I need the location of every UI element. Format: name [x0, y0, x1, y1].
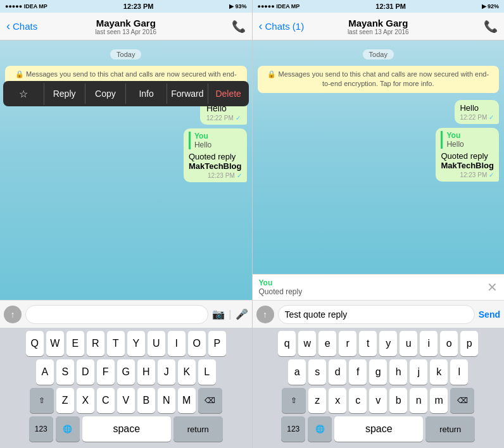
right-send-up-button[interactable]: ↑ [256, 306, 274, 323]
left-mic-icon[interactable]: 🎤 [236, 308, 248, 320]
right-back-label[interactable]: Chats (1) [265, 21, 305, 32]
left-shift-key[interactable]: ⇧ [30, 388, 54, 413]
left-send-button[interactable]: ↑ [4, 306, 22, 323]
key-l[interactable]: l [450, 359, 468, 385]
right-keyboard-row2: a s d f g h j k l [253, 356, 505, 385]
right-emoji-key[interactable]: 🌐 [308, 416, 332, 442]
left-phone-button[interactable]: 📞 [232, 20, 246, 34]
left-quote-reply-text: Quoted reply [189, 152, 242, 161]
key-A[interactable]: A [36, 359, 54, 385]
right-back-button[interactable]: ‹ Chats (1) [259, 20, 305, 33]
right-quote-strip: You Hello [441, 131, 494, 149]
key-x[interactable]: x [329, 388, 346, 413]
key-k[interactable]: k [430, 359, 448, 385]
right-input-field[interactable] [278, 305, 475, 324]
right-hello-bubble[interactable]: Hello 12:22 PM ✓ [455, 100, 499, 124]
key-t[interactable]: t [359, 331, 377, 356]
right-phone-button[interactable]: 📞 [484, 20, 498, 34]
key-S[interactable]: S [56, 359, 74, 385]
key-M[interactable]: M [178, 388, 196, 413]
key-R[interactable]: R [87, 331, 104, 356]
key-d[interactable]: d [329, 359, 346, 385]
right-return-key[interactable]: return [425, 416, 475, 442]
right-carrier: ●●●●● IDEA MP [258, 3, 300, 9]
key-P[interactable]: P [208, 331, 226, 356]
left-123-key[interactable]: 123 [29, 416, 53, 442]
key-T[interactable]: T [107, 331, 125, 356]
left-last-seen: last seen 13 Apr 2016 [95, 28, 156, 35]
key-v[interactable]: v [369, 388, 387, 413]
key-i[interactable]: i [420, 331, 438, 356]
right-123-key[interactable]: 123 [281, 416, 305, 442]
forward-button[interactable]: Forward [167, 84, 208, 104]
left-space-key[interactable]: space [82, 416, 171, 442]
left-input-field[interactable] [25, 305, 208, 324]
left-return-key[interactable]: return [173, 416, 223, 442]
key-D[interactable]: D [77, 359, 94, 385]
reply-button[interactable]: Reply [44, 84, 85, 104]
key-W[interactable]: W [46, 331, 64, 356]
key-a[interactable]: a [288, 359, 306, 385]
left-delete-key[interactable]: ⌫ [198, 388, 222, 413]
key-Q[interactable]: Q [26, 331, 44, 356]
key-c[interactable]: c [349, 388, 367, 413]
key-X[interactable]: X [77, 388, 94, 413]
key-u[interactable]: u [400, 331, 417, 356]
right-time: 12:31 PM [375, 3, 406, 10]
key-h[interactable]: h [389, 359, 407, 385]
info-button[interactable]: Info [126, 84, 167, 104]
left-quoted-bubble[interactable]: You Hello Quoted reply MakTechBlog 12:23… [184, 128, 247, 182]
left-emoji-key[interactable]: 🌐 [56, 416, 80, 442]
right-quote-bar-close[interactable]: ✕ [487, 280, 498, 295]
right-quote-detail: MakTechBlog [441, 161, 494, 170]
key-r[interactable]: r [339, 331, 356, 356]
key-b[interactable]: b [389, 388, 407, 413]
key-g[interactable]: g [369, 359, 387, 385]
key-L[interactable]: L [198, 359, 216, 385]
key-B[interactable]: B [137, 388, 155, 413]
key-e[interactable]: e [318, 331, 336, 356]
star-button[interactable]: ☆ [3, 83, 44, 105]
key-I[interactable]: I [168, 331, 186, 356]
key-o[interactable]: o [440, 331, 458, 356]
left-back-label[interactable]: Chats [13, 21, 37, 32]
left-separator: | [229, 309, 231, 320]
key-m[interactable]: m [430, 388, 448, 413]
copy-button[interactable]: Copy [85, 84, 127, 104]
key-K[interactable]: K [178, 359, 196, 385]
key-y[interactable]: y [379, 331, 397, 356]
left-camera-icon[interactable]: 📷 [212, 308, 225, 320]
key-n[interactable]: n [410, 388, 427, 413]
key-s[interactable]: s [308, 359, 326, 385]
key-Y[interactable]: Y [127, 331, 145, 356]
key-O[interactable]: O [188, 331, 206, 356]
right-quote-reply-text: Quoted reply [441, 151, 494, 161]
key-f[interactable]: f [349, 359, 367, 385]
right-quoted-bubble[interactable]: You Hello Quoted reply MakTechBlog 12:23… [436, 128, 499, 182]
left-keyboard-row2: A S D F G H J K L [0, 356, 252, 385]
key-w[interactable]: w [298, 331, 316, 356]
right-send-button[interactable]: Send [479, 309, 500, 320]
key-J[interactable]: J [158, 359, 175, 385]
key-U[interactable]: U [148, 331, 165, 356]
key-G[interactable]: G [117, 359, 135, 385]
delete-button[interactable]: Delete [208, 84, 249, 104]
left-back-button[interactable]: ‹ Chats [6, 20, 37, 33]
key-C[interactable]: C [97, 388, 115, 413]
right-keyboard-row3: ⇧ z x c v b n m ⌫ [253, 385, 505, 413]
right-delete-key[interactable]: ⌫ [450, 388, 474, 413]
left-chevron-icon: ‹ [6, 20, 10, 33]
key-j[interactable]: j [410, 359, 427, 385]
key-H[interactable]: H [137, 359, 155, 385]
key-V[interactable]: V [117, 388, 135, 413]
right-keyboard-bottom: 123 🌐 space return [253, 413, 505, 445]
key-q[interactable]: q [278, 331, 296, 356]
right-space-key[interactable]: space [334, 416, 423, 442]
key-p[interactable]: p [460, 331, 478, 356]
key-F[interactable]: F [97, 359, 115, 385]
key-z[interactable]: z [308, 388, 326, 413]
right-shift-key[interactable]: ⇧ [282, 388, 306, 413]
key-N[interactable]: N [158, 388, 175, 413]
key-E[interactable]: E [66, 331, 84, 356]
key-Z[interactable]: Z [56, 388, 74, 413]
